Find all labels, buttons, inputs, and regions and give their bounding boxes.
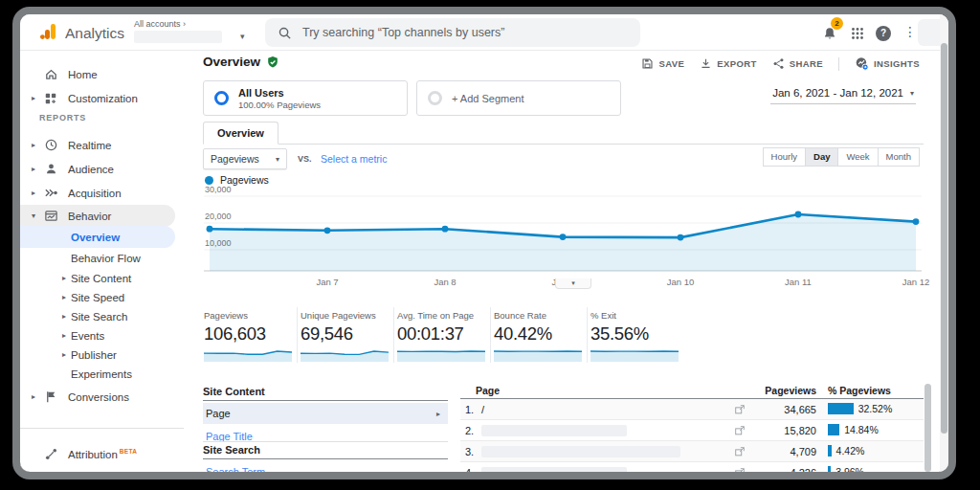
page-scrollbar[interactable]: [940, 14, 948, 472]
dimension-search-term[interactable]: Search Term: [203, 461, 448, 479]
open-page-icon[interactable]: [734, 404, 746, 415]
sidebar-item-acquisition[interactable]: ▸ Acquisition: [20, 182, 175, 204]
table-row[interactable]: 4. 4,226 3.96%: [460, 462, 924, 479]
insights-icon: [855, 56, 869, 71]
date-range-picker[interactable]: Jan 6, 2021 - Jan 12, 2021 ▾: [770, 85, 916, 104]
customization-icon: [44, 92, 59, 105]
sidebar-item-conversions[interactable]: ▸ Conversions: [20, 386, 175, 408]
site-content-heading: Site Content: [203, 386, 448, 401]
segment-ring-icon: [428, 91, 442, 105]
sidebar-item-behavior-overview[interactable]: Overview: [20, 226, 175, 248]
sparkline: [494, 346, 582, 362]
sparkline: [301, 346, 389, 362]
scorecard-percent-exit[interactable]: % Exit 35.56%: [588, 307, 684, 363]
sidebar-item-realtime[interactable]: ▸ Realtime: [20, 134, 175, 156]
table-row[interactable]: 3. 4,709 4.42%: [460, 441, 924, 462]
col-header-pageviews: Pageviews: [740, 385, 816, 396]
audience-person-icon: [44, 162, 59, 176]
chart-collapse-button[interactable]: ▾: [555, 278, 591, 289]
scrollbar-thumb[interactable]: [941, 43, 947, 434]
brand-title: Analytics: [65, 25, 124, 42]
sidebar-item-behavior-flow[interactable]: Behavior Flow: [20, 247, 175, 269]
table-row[interactable]: 1. / 34,665 32.52%: [460, 399, 924, 420]
account-name-redacted[interactable]: [134, 31, 222, 43]
granularity-toggle: Hourly Day Week Month: [764, 147, 920, 167]
sidebar-item-audience[interactable]: ▸ Audience: [20, 158, 175, 180]
search-icon: [278, 26, 292, 40]
x-tick: Jan 11: [785, 277, 812, 287]
scorecard-unique-pageviews[interactable]: Unique Pageviews 69,546: [298, 307, 394, 363]
apps-grid-icon[interactable]: [851, 27, 864, 40]
open-page-icon[interactable]: [734, 425, 746, 436]
open-page-icon[interactable]: [734, 446, 746, 457]
expand-arrow-icon[interactable]: ▸: [62, 331, 71, 340]
share-icon: [772, 57, 785, 70]
expand-arrow-icon[interactable]: ▸: [62, 274, 71, 282]
expand-arrow-icon[interactable]: ▸: [32, 94, 44, 102]
table-scrollbar[interactable]: [924, 384, 931, 472]
metric-selector-dropdown[interactable]: Pageviews ▾: [203, 148, 287, 169]
analytics-logo-icon: [38, 22, 57, 43]
granularity-week-button[interactable]: Week: [837, 147, 878, 167]
scorecard-bounce-rate[interactable]: Bounce Rate 40.42%: [491, 307, 588, 363]
redacted-page-name: [481, 446, 680, 457]
window-frame: Analytics All accounts › ▾ Try searching…: [12, 7, 956, 479]
sidebar-item-attribution[interactable]: AttributionBETA: [20, 443, 175, 465]
add-segment-button[interactable]: + Add Segment: [416, 80, 621, 116]
expand-arrow-icon[interactable]: ▸: [32, 165, 44, 173]
tab-overview[interactable]: Overview: [203, 122, 278, 145]
report-tabbar: Overview: [203, 122, 924, 145]
y-tick: 20,000: [205, 212, 232, 221]
scorecard-pageviews[interactable]: Pageviews 106,603: [201, 307, 298, 363]
actions-divider: [838, 57, 839, 71]
notification-badge: 2: [831, 17, 843, 30]
expand-arrow-icon[interactable]: ▸: [62, 312, 71, 321]
sidebar-item-customization[interactable]: ▸ Customization: [20, 87, 175, 109]
expand-arrow-icon[interactable]: ▸: [62, 293, 71, 301]
account-switcher-label[interactable]: All accounts ›: [134, 19, 186, 29]
sparkline: [590, 346, 679, 362]
pct-bar: [828, 445, 832, 457]
segment-all-users[interactable]: All Users 100.00% Pageviews: [203, 80, 408, 116]
dimension-page[interactable]: Page ▸: [203, 403, 448, 424]
select-metric-link[interactable]: Select a metric: [321, 153, 387, 165]
acquisition-icon: [44, 186, 59, 200]
scorecard-avg-time-on-page[interactable]: Avg. Time on Page 00:01:37: [394, 307, 491, 363]
sidebar-item-home[interactable]: Home: [20, 63, 175, 85]
verified-shield-icon: [266, 56, 279, 69]
row-arrow-icon: ▸: [436, 410, 440, 418]
sidebar-item-behavior[interactable]: ▾ Behavior: [20, 205, 175, 227]
granularity-hourly-button[interactable]: Hourly: [763, 147, 806, 167]
vs-label: VS.: [298, 154, 312, 164]
top-app-bar: Analytics All accounts › ▾ Try searching…: [20, 14, 948, 51]
x-tick: Jan 10: [667, 277, 695, 287]
expand-arrow-icon[interactable]: ▸: [32, 392, 44, 401]
insights-button[interactable]: INSIGHTS: [855, 56, 920, 71]
reports-section-heading: REPORTS: [39, 113, 86, 122]
export-button[interactable]: EXPORT: [700, 57, 756, 70]
sidebar-item-experiments[interactable]: Experiments: [20, 363, 175, 385]
expand-arrow-icon[interactable]: ▸: [62, 350, 71, 359]
caret-down-icon: ▾: [276, 155, 279, 164]
table-header: Page Pageviews % Pageviews: [460, 384, 924, 399]
caret-down-icon: ▾: [910, 89, 914, 98]
expand-arrow-icon[interactable]: ▸: [32, 141, 44, 149]
redacted-page-name: [481, 467, 627, 479]
pageviews-line-chart: 30,000 20,000 10,000: [204, 187, 922, 275]
granularity-day-button[interactable]: Day: [805, 147, 838, 167]
search-placeholder: Try searching “Top channels by users”: [302, 26, 504, 39]
overflow-menu-icon[interactable]: ⋮: [903, 24, 917, 39]
search-input[interactable]: Try searching “Top channels by users”: [265, 18, 640, 47]
account-caret-down-icon[interactable]: ▾: [240, 32, 245, 41]
table-row[interactable]: 2. 15,820 14.84%: [460, 420, 924, 441]
help-icon[interactable]: ?: [876, 26, 891, 41]
expand-arrow-icon[interactable]: ▸: [32, 189, 44, 197]
share-button[interactable]: SHARE: [772, 57, 823, 70]
granularity-month-button[interactable]: Month: [878, 147, 920, 167]
scrollbar-thumb[interactable]: [924, 384, 931, 472]
collapse-arrow-icon[interactable]: ▾: [32, 212, 44, 220]
redacted-page-name: [481, 425, 627, 436]
sidebar-divider: [20, 428, 184, 429]
save-button[interactable]: SAVE: [641, 57, 684, 70]
open-page-icon[interactable]: [734, 467, 746, 479]
